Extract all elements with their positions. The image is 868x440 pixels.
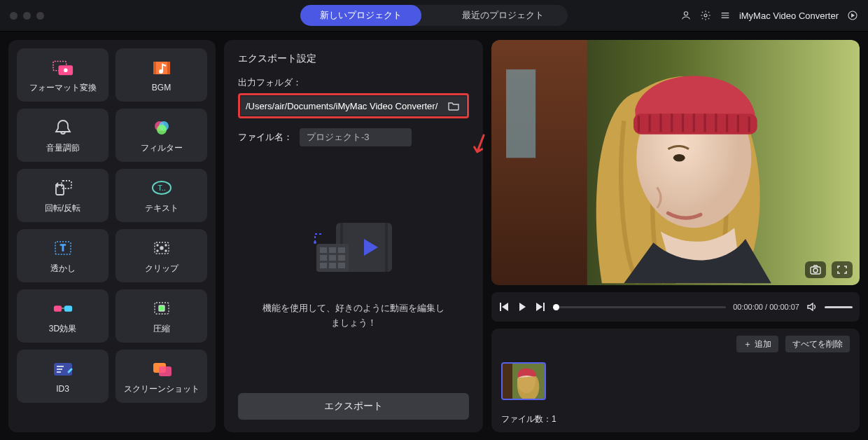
svg-rect-29 xyxy=(54,363,72,376)
tool-bgm[interactable]: BGM xyxy=(115,48,207,102)
tool-label: フィルター xyxy=(141,142,183,154)
menu-icon[interactable] xyxy=(720,10,731,21)
tool-label: 回転/反転 xyxy=(45,202,80,214)
export-hint-text: 機能を使用して、好きのように動画を編集しましょう！ xyxy=(262,301,444,331)
tool-label: 3D効果 xyxy=(49,323,76,335)
svg-text:T: T xyxy=(60,243,66,253)
svg-rect-8 xyxy=(167,62,170,74)
compress-icon xyxy=(151,298,172,319)
clear-all-button[interactable]: すべてを削除 xyxy=(785,336,850,352)
file-thumbnail[interactable] xyxy=(501,362,546,400)
tool-volume[interactable]: 音量調節 xyxy=(17,109,108,162)
tool-compress[interactable]: 圧縮 xyxy=(115,289,207,343)
minimize-dot-icon[interactable] xyxy=(23,12,31,20)
tool-label: BGM xyxy=(152,83,171,92)
svg-rect-36 xyxy=(320,247,327,253)
svg-point-22 xyxy=(157,250,158,252)
tool-id3[interactable]: ID3 xyxy=(17,350,108,403)
svg-rect-44 xyxy=(338,263,345,268)
fullscreen-button[interactable] xyxy=(832,261,853,278)
tool-label: 透かし xyxy=(50,263,76,275)
add-file-button[interactable]: ＋追加 xyxy=(736,336,778,352)
bgm-icon xyxy=(151,57,172,78)
output-path-row: /Users/air/Documents/iMyMac Video Conver… xyxy=(238,93,469,118)
glasses-icon xyxy=(52,298,74,319)
svg-rect-34 xyxy=(385,223,388,272)
file-name-row: ファイル名： xyxy=(238,128,469,146)
svg-rect-55 xyxy=(503,364,512,399)
tool-format[interactable]: フォーマット変換 xyxy=(17,48,108,102)
volume-slider[interactable] xyxy=(825,306,853,308)
svg-point-12 xyxy=(157,125,167,135)
watermark-icon: T xyxy=(52,238,74,259)
right-panel: 00:00:00 / 00:00:07 ＋追加 すべてを削除 xyxy=(491,40,860,432)
time-display: 00:00:00 / 00:00:07 xyxy=(733,303,799,311)
file-list-panel: ＋追加 すべてを削除 ファイル数：1 xyxy=(491,329,860,432)
play-button[interactable] xyxy=(517,301,528,312)
svg-point-21 xyxy=(165,245,167,246)
tab-recent-projects[interactable]: 最近のプロジェクト xyxy=(442,5,564,26)
svg-point-0 xyxy=(684,12,687,15)
tool-text[interactable]: T.. テキスト xyxy=(115,169,207,222)
tool-label: ID3 xyxy=(56,384,69,394)
tool-rotate[interactable]: 回転/反転 xyxy=(17,169,108,222)
browse-folder-button[interactable] xyxy=(446,99,461,112)
file-count: ファイル数：1 xyxy=(501,408,850,425)
rotate-icon xyxy=(52,177,74,198)
tool-label: テキスト xyxy=(145,202,178,214)
next-button[interactable] xyxy=(535,301,546,312)
tool-label: スクリーンショット xyxy=(124,383,200,395)
prev-button[interactable] xyxy=(498,301,510,312)
text-icon: T.. xyxy=(151,177,172,198)
svg-rect-48 xyxy=(506,69,536,158)
file-name-input[interactable] xyxy=(300,128,412,146)
svg-point-5 xyxy=(63,68,67,72)
video-preview[interactable] xyxy=(491,40,860,285)
svg-point-23 xyxy=(165,250,167,252)
play-circle-icon[interactable] xyxy=(847,10,858,21)
svg-rect-7 xyxy=(153,62,156,74)
progress-bar[interactable] xyxy=(553,306,726,308)
tool-label: フォーマット変換 xyxy=(29,82,97,94)
file-thumbnails xyxy=(501,362,850,400)
svg-point-1 xyxy=(704,14,707,17)
svg-rect-41 xyxy=(338,255,345,261)
tool-label: 音量調節 xyxy=(46,142,80,154)
svg-rect-47 xyxy=(491,40,587,285)
svg-rect-40 xyxy=(329,255,336,261)
preview-image xyxy=(491,40,860,285)
volume-icon xyxy=(52,117,74,138)
snapshot-button[interactable] xyxy=(805,261,826,278)
svg-rect-25 xyxy=(53,305,61,311)
titlebar-right: iMyMac Video Converter xyxy=(680,10,858,21)
format-icon xyxy=(52,57,74,78)
svg-rect-26 xyxy=(64,305,71,311)
screenshot-icon xyxy=(151,358,172,379)
svg-point-24 xyxy=(160,247,163,249)
maximize-dot-icon[interactable] xyxy=(36,12,44,20)
id3-icon xyxy=(52,359,74,380)
svg-point-45 xyxy=(314,241,316,244)
titlebar: 新しいプロジェクト 最近のプロジェクト iMyMac Video Convert… xyxy=(0,0,868,32)
player-controls: 00:00:00 / 00:00:07 xyxy=(491,292,860,322)
export-illustration: 機能を使用して、好きのように動画を編集しましょう！ xyxy=(238,152,469,393)
main-content: フォーマット変換 BGM 音量調節 フィルター xyxy=(0,32,868,440)
close-dot-icon[interactable] xyxy=(10,12,18,20)
user-icon[interactable] xyxy=(680,10,692,21)
volume-icon[interactable] xyxy=(806,301,818,312)
svg-rect-42 xyxy=(320,263,327,268)
tool-label: クリップ xyxy=(145,263,178,275)
tool-filter[interactable]: フィルター xyxy=(115,109,207,162)
tool-3d[interactable]: 3D効果 xyxy=(17,289,108,343)
tool-watermark[interactable]: T 透かし xyxy=(17,229,108,282)
export-button[interactable]: エクスポート xyxy=(238,393,469,420)
gear-icon[interactable] xyxy=(700,10,711,21)
output-folder-label: 出力フォルダ： xyxy=(238,76,469,89)
tool-screenshot[interactable]: スクリーンショット xyxy=(115,350,207,403)
svg-rect-43 xyxy=(329,263,336,268)
tab-new-project[interactable]: 新しいプロジェクト xyxy=(300,5,421,26)
export-title: エクスポート設定 xyxy=(238,53,469,65)
tool-clip[interactable]: クリップ xyxy=(115,229,207,282)
project-tabs: 新しいプロジェクト 最近のプロジェクト xyxy=(300,5,568,26)
svg-rect-38 xyxy=(338,247,345,253)
